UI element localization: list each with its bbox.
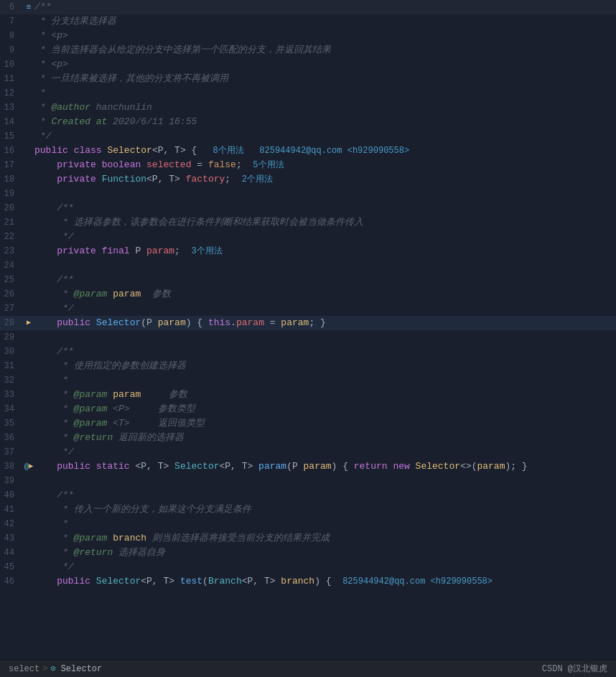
selector-icon: ⊙ — [50, 663, 55, 674]
code-line-2: 7 * 分支结果选择器 — [0, 14, 616, 29]
line-number: 24 — [0, 258, 23, 273]
line-number: 36 — [0, 431, 23, 445]
line-number: 21 — [0, 215, 23, 230]
code-line-37: 42 * — [0, 517, 616, 531]
line-content: /** — [34, 273, 610, 287]
code-line-7: 12 * — [0, 86, 616, 101]
line-content: * 一旦结果被选择，其他的分支将不再被调用 — [34, 72, 610, 86]
line-content: */ — [34, 445, 610, 459]
line-content: /** — [34, 201, 610, 215]
line-content: * 选择器参数，该参数会在进行条件判断和结果获取时会被当做条件传入 — [34, 215, 610, 230]
line-content: * — [34, 517, 610, 531]
code-line-35: 40 /** — [0, 488, 616, 503]
breadcrumb-sep: > — [42, 664, 47, 674]
line-gutter: @▶ — [23, 459, 34, 474]
code-line-1: 6≡/** — [0, 0, 616, 14]
code-line-30: 35 * @param <T> 返回值类型 — [0, 416, 616, 431]
line-number: 20 — [0, 201, 23, 215]
line-number: 18 — [0, 172, 23, 187]
code-line-16: 21 * 选择器参数，该参数会在进行条件判断和结果获取时会被当做条件传入 — [0, 215, 616, 230]
code-line-26: 31 * 使用指定的参数创建选择器 — [0, 359, 616, 373]
code-line-29: 34 * @param <P> 参数类型 — [0, 402, 616, 416]
status-left: select > ⊙ Selector — [9, 663, 102, 674]
line-content: public static <P, T> Selector<P, T> para… — [34, 459, 610, 474]
status-bar: select > ⊙ Selector CSDN @汉北银虎 — [0, 660, 616, 677]
line-content: */ — [34, 129, 610, 144]
line-number: 16 — [0, 144, 23, 158]
logo-text: CSDN @汉北银虎 — [542, 663, 607, 675]
line-number: 19 — [0, 187, 23, 201]
line-content: * @return 返回新的选择器 — [34, 431, 610, 445]
line-number: 11 — [0, 72, 23, 86]
line-number: 32 — [0, 373, 23, 388]
line-number: 41 — [0, 503, 23, 517]
line-number: 10 — [0, 57, 23, 72]
code-line-3: 8 * <p> — [0, 29, 616, 43]
code-line-41: 46 public Selector<P, T> test(Branch<P, … — [0, 574, 616, 589]
line-content: * @param <P> 参数类型 — [34, 402, 610, 416]
line-number: 34 — [0, 402, 23, 416]
line-number: 23 — [0, 244, 23, 258]
line-number: 27 — [0, 302, 23, 316]
code-line-31: 36 * @return 返回新的选择器 — [0, 431, 616, 445]
line-number: 35 — [0, 416, 23, 431]
line-content: public Selector(P param) { this.param = … — [34, 316, 610, 330]
code-line-19: 24 — [0, 258, 616, 273]
line-number: 42 — [0, 517, 23, 531]
line-number: 45 — [0, 560, 23, 574]
line-content: * @param param 参数 — [34, 287, 610, 302]
code-line-11: 16public class Selector<P, T> { 8个用法 825… — [0, 144, 616, 158]
line-number: 43 — [0, 531, 23, 546]
code-line-36: 41 * 传入一个新的分支，如果这个分支满足条件 — [0, 503, 616, 517]
code-line-15: 20 /** — [0, 201, 616, 215]
line-content: */ — [34, 302, 610, 316]
line-content: /** — [34, 488, 610, 503]
line-content: * @param branch 则当前选择器将接受当前分支的结果并完成 — [34, 531, 610, 546]
line-content: * — [34, 86, 610, 101]
code-line-25: 30 /** — [0, 345, 616, 359]
code-line-18: 23 private final P param; 3个用法 — [0, 244, 616, 258]
code-line-12: 17 private boolean selected = false; 5个用… — [0, 158, 616, 172]
line-number: 12 — [0, 86, 23, 101]
code-line-5: 10 * <p> — [0, 57, 616, 72]
line-content: public Selector<P, T> test(Branch<P, T> … — [34, 574, 610, 589]
line-content: /** — [34, 0, 610, 14]
code-line-13: 18 private Function<P, T> factory; 2个用法 — [0, 172, 616, 187]
line-number: 13 — [0, 101, 23, 115]
line-content: * @author hanchunlin — [34, 101, 610, 115]
line-content: * Created at 2020/6/11 16:55 — [34, 115, 610, 129]
code-line-21: 26 * @param param 参数 — [0, 287, 616, 302]
line-gutter: ▶ — [23, 316, 34, 330]
line-number: 28 — [0, 316, 23, 330]
code-line-28: 33 * @param param 参数 — [0, 388, 616, 402]
code-editor[interactable]: 6≡/**7 * 分支结果选择器8 * <p>9 * 当前选择器会从给定的分支中… — [0, 0, 616, 660]
line-content: * 传入一个新的分支，如果这个分支满足条件 — [34, 503, 610, 517]
line-content: */ — [34, 230, 610, 244]
code-line-10: 15 */ — [0, 129, 616, 144]
code-line-23: 28▶ public Selector(P param) { this.para… — [0, 316, 616, 330]
line-content: private Function<P, T> factory; 2个用法 — [34, 172, 610, 187]
line-number: 22 — [0, 230, 23, 244]
line-number: 6 — [0, 0, 23, 14]
line-number: 31 — [0, 359, 23, 373]
line-number: 9 — [0, 43, 23, 57]
line-content: * @param param 参数 — [34, 388, 610, 402]
line-number: 26 — [0, 287, 23, 302]
line-content: * 当前选择器会从给定的分支中选择第一个匹配的分支，并返回其结果 — [34, 43, 610, 57]
line-number: 33 — [0, 388, 23, 402]
code-line-9: 14 * Created at 2020/6/11 16:55 — [0, 115, 616, 129]
code-line-39: 44 * @return 选择器自身 — [0, 546, 616, 560]
breadcrumb-root: select — [9, 664, 39, 674]
line-number: 30 — [0, 345, 23, 359]
code-line-34: 39 — [0, 474, 616, 488]
line-number: 39 — [0, 474, 23, 488]
line-content: * @return 选择器自身 — [34, 546, 610, 560]
code-line-8: 13 * @author hanchunlin — [0, 101, 616, 115]
breadcrumb-selector: Selector — [61, 664, 103, 674]
code-line-27: 32 * — [0, 373, 616, 388]
code-line-40: 45 */ — [0, 560, 616, 574]
code-line-20: 25 /** — [0, 273, 616, 287]
line-number: 37 — [0, 445, 23, 459]
line-number: 8 — [0, 29, 23, 43]
line-number: 46 — [0, 574, 23, 589]
